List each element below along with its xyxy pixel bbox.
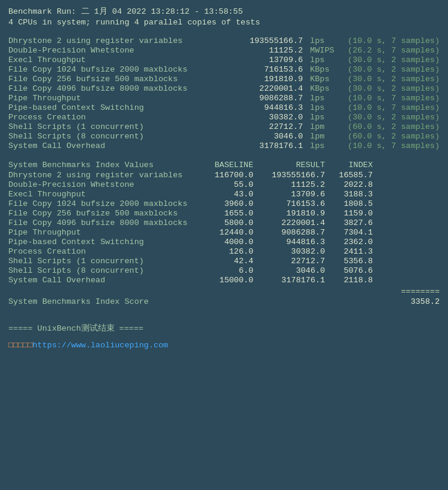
index-col-result-header: RESULT xyxy=(253,161,325,170)
footer-link-url[interactable]: https://www.laoliuceping.com xyxy=(33,341,168,350)
bench-row: Double-Precision Whetstone 11125.2 MWIPS… xyxy=(8,46,440,55)
bench-row: Process Creation 30382.0 lps (30.0 s, 2 … xyxy=(8,113,440,122)
index-row: Shell Scripts (1 concurrent) 42.4 22712.… xyxy=(8,257,440,266)
index-base: 1655.0 xyxy=(194,209,253,218)
bench-value: 2220001.4 xyxy=(188,84,303,93)
index-index: 1159.0 xyxy=(325,209,373,218)
index-base: 42.4 xyxy=(194,257,253,266)
bench-unit: KBps xyxy=(305,75,338,84)
bench-label: Pipe Throughput xyxy=(8,94,182,103)
index-base: 116700.0 xyxy=(194,171,253,180)
score-value: 3358.2 xyxy=(194,297,440,306)
bench-row: Shell Scripts (1 concurrent) 22712.7 lpm… xyxy=(8,122,440,131)
index-index: 7304.1 xyxy=(325,228,373,237)
index-result: 944816.3 xyxy=(253,238,325,246)
index-index: 5356.8 xyxy=(325,257,373,266)
index-label: Execl Throughput xyxy=(8,190,194,199)
index-index: 3188.3 xyxy=(325,190,373,199)
index-index: 2362.0 xyxy=(325,238,373,246)
index-label: Pipe Throughput xyxy=(8,228,194,237)
index-base: 43.0 xyxy=(194,190,253,199)
index-result: 22712.7 xyxy=(253,257,325,266)
index-row: File Copy 4096 bufsize 8000 maxblocks 58… xyxy=(8,218,440,227)
bench-row: Pipe-based Context Switching 944816.3 lp… xyxy=(8,103,440,112)
bench-row: Shell Scripts (8 concurrent) 3046.0 lpm … xyxy=(8,132,440,141)
footer: ===== UnixBench测试结束 ===== xyxy=(8,323,440,334)
bench-label: Shell Scripts (8 concurrent) xyxy=(8,132,182,141)
run-line: Benchmark Run: 二 1月 04 2022 13:28:12 - 1… xyxy=(8,6,440,17)
index-result: 2220001.4 xyxy=(253,218,325,227)
bench-results-section: Dhrystone 2 using register variables 193… xyxy=(8,36,440,150)
bench-row: Dhrystone 2 using register variables 193… xyxy=(8,36,440,45)
footer-link-squares: □□□□□ xyxy=(8,341,33,350)
index-row: Pipe Throughput 12440.0 9086288.7 7304.1 xyxy=(8,228,440,237)
bench-value: 944816.3 xyxy=(182,103,303,112)
index-col-index-header: INDEX xyxy=(325,161,373,170)
index-label: File Copy 4096 bufsize 8000 maxblocks xyxy=(8,218,194,227)
bench-unit: lps xyxy=(305,141,338,150)
bench-value: 3178176.1 xyxy=(182,141,303,150)
bench-value: 30382.0 xyxy=(182,113,303,122)
bench-row: File Copy 256 bufsize 500 maxblocks 1918… xyxy=(8,75,440,84)
index-label: Pipe-based Context Switching xyxy=(8,238,194,246)
index-result: 11125.2 xyxy=(253,180,325,189)
index-result: 716153.6 xyxy=(253,199,325,208)
bench-value: 22712.7 xyxy=(182,122,303,131)
index-base: 4000.0 xyxy=(194,238,253,246)
bench-label: File Copy 256 bufsize 500 maxblocks xyxy=(8,75,182,84)
bench-label: File Copy 4096 bufsize 8000 maxblocks xyxy=(8,84,188,93)
bench-row: File Copy 4096 bufsize 8000 maxblocks 22… xyxy=(8,84,440,93)
bench-detail: (60.0 s, 2 samples) xyxy=(338,132,440,141)
bench-value: 191810.9 xyxy=(182,75,303,84)
index-base: 15000.0 xyxy=(194,276,253,285)
bench-detail: (30.0 s, 2 samples) xyxy=(338,56,440,64)
index-row: Dhrystone 2 using register variables 116… xyxy=(8,171,440,180)
bench-label: Dhrystone 2 using register variables xyxy=(8,36,183,45)
index-index: 5076.6 xyxy=(325,266,373,275)
bench-unit: lps xyxy=(305,103,338,112)
bench-detail: (60.0 s, 2 samples) xyxy=(338,122,440,131)
index-label: Dhrystone 2 using register variables xyxy=(8,171,194,180)
bench-value: 3046.0 xyxy=(182,132,303,141)
bench-detail: (10.0 s, 7 samples) xyxy=(338,103,440,112)
bench-value: 9086288.7 xyxy=(182,94,303,103)
score-row: System Benchmarks Index Score 3358.2 xyxy=(8,297,440,306)
index-label: File Copy 256 bufsize 500 maxblocks xyxy=(8,209,194,218)
bench-row: File Copy 1024 bufsize 2000 maxblocks 71… xyxy=(8,65,440,74)
bench-unit: lpm xyxy=(305,122,338,131)
score-label: System Benchmarks Index Score xyxy=(8,297,194,306)
bench-unit: lps xyxy=(305,94,338,103)
bench-unit: lpm xyxy=(305,132,338,141)
index-row: System Call Overhead 15000.0 3178176.1 2… xyxy=(8,276,440,285)
index-col-base-header: BASELINE xyxy=(194,161,253,170)
footer-text: ===== UnixBench测试结束 ===== xyxy=(8,324,143,333)
index-row: File Copy 1024 bufsize 2000 maxblocks 39… xyxy=(8,199,440,208)
index-row: File Copy 256 bufsize 500 maxblocks 1655… xyxy=(8,209,440,218)
bench-unit: lps xyxy=(305,56,338,64)
index-base: 3960.0 xyxy=(194,199,253,208)
bench-detail: (30.0 s, 2 samples) xyxy=(338,113,440,122)
index-index: 3827.6 xyxy=(325,218,373,227)
bench-label: Process Creation xyxy=(8,113,182,122)
index-result: 13709.6 xyxy=(253,190,325,199)
index-section: System Benchmarks Index Values BASELINE … xyxy=(8,161,440,306)
index-base: 5800.0 xyxy=(194,218,253,227)
index-base: 126.0 xyxy=(194,247,253,256)
bench-unit: KBps xyxy=(305,65,338,74)
separator: ======== xyxy=(8,287,440,296)
index-index: 2411.3 xyxy=(325,247,373,256)
index-index: 2118.8 xyxy=(325,276,373,285)
index-result: 193555166.7 xyxy=(253,171,325,180)
index-base: 55.0 xyxy=(194,180,253,189)
index-index: 16585.7 xyxy=(325,171,373,180)
index-label: File Copy 1024 bufsize 2000 maxblocks xyxy=(8,199,194,208)
index-col-label-header: System Benchmarks Index Values xyxy=(8,161,194,170)
bench-unit: lps xyxy=(305,113,338,122)
bench-label: Double-Precision Whetstone xyxy=(8,46,182,55)
index-base: 6.0 xyxy=(194,266,253,275)
bench-detail: (10.0 s, 7 samples) xyxy=(338,141,440,150)
index-result: 9086288.7 xyxy=(253,228,325,237)
index-row: Process Creation 126.0 30382.0 2411.3 xyxy=(8,247,440,256)
bench-value: 11125.2 xyxy=(182,46,303,55)
index-label: Shell Scripts (8 concurrent) xyxy=(8,266,194,275)
